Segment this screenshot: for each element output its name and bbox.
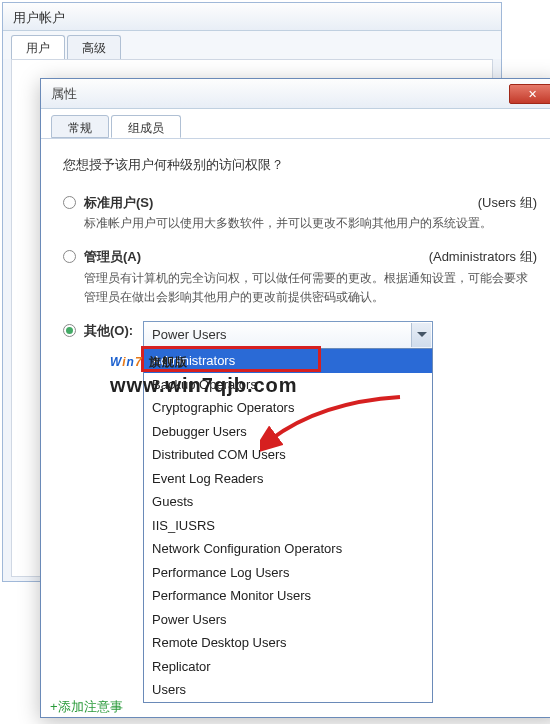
properties-title: 属性 (51, 85, 77, 103)
chevron-down-icon[interactable] (411, 323, 431, 347)
radio-admin-label: 管理员(A) (84, 247, 141, 267)
tab-advanced[interactable]: 高级 (67, 35, 121, 59)
dropdown-item[interactable]: Replicator (144, 655, 432, 679)
radio-other-label: 其他(O): (84, 321, 133, 341)
radio-other[interactable] (63, 324, 76, 337)
tab-general[interactable]: 常规 (51, 115, 109, 138)
group-dropdown[interactable]: AdministratorsBackup OperatorsCryptograp… (143, 348, 433, 703)
dropdown-item[interactable]: Performance Monitor Users (144, 584, 432, 608)
bg-tabstrip: 用户 高级 (3, 31, 501, 59)
properties-dialog: 属性 ✕ 常规 组成员 您想授予该用户何种级别的访问权限？ 标准用户(S) (U… (40, 78, 550, 718)
dropdown-item[interactable]: Event Log Readers (144, 467, 432, 491)
dropdown-item[interactable]: Distributed COM Users (144, 443, 432, 467)
dropdown-item[interactable]: Remote Desktop Users (144, 631, 432, 655)
access-level-prompt: 您想授予该用户何种级别的访问权限？ (63, 155, 537, 175)
add-note-link[interactable]: +添加注意事 (50, 698, 123, 716)
admin-group-note: (Administrators 组) (429, 247, 537, 267)
tab-group-member[interactable]: 组成员 (111, 115, 181, 138)
radio-other-row[interactable]: 其他(O): Power Users AdministratorsBackup … (63, 321, 537, 349)
group-combo[interactable]: Power Users AdministratorsBackup Operato… (143, 321, 433, 349)
dropdown-item[interactable]: Administrators (144, 349, 432, 373)
dropdown-item[interactable]: Guests (144, 490, 432, 514)
user-accounts-title: 用户帐户 (3, 3, 501, 31)
tab-users[interactable]: 用户 (11, 35, 65, 59)
standard-desc: 标准帐户用户可以使用大多数软件，并可以更改不影响其他用户的系统设置。 (84, 214, 537, 233)
dropdown-item[interactable]: Backup Operators (144, 373, 432, 397)
properties-titlebar: 属性 ✕ (41, 79, 550, 109)
properties-tabstrip: 常规 组成员 (41, 109, 550, 139)
standard-group-note: (Users 组) (478, 193, 537, 213)
radio-standard[interactable] (63, 196, 76, 209)
radio-admin[interactable] (63, 250, 76, 263)
close-button[interactable]: ✕ (509, 84, 550, 104)
radio-standard-row[interactable]: 标准用户(S) (Users 组) (63, 193, 537, 213)
dropdown-item[interactable]: Network Configuration Operators (144, 537, 432, 561)
dropdown-item[interactable]: Users (144, 678, 432, 702)
dropdown-item[interactable]: Power Users (144, 608, 432, 632)
radio-admin-row[interactable]: 管理员(A) (Administrators 组) (63, 247, 537, 267)
dropdown-item[interactable]: Performance Log Users (144, 561, 432, 585)
radio-standard-label: 标准用户(S) (84, 193, 153, 213)
group-combo-value[interactable]: Power Users (143, 321, 433, 349)
dropdown-item[interactable]: Cryptographic Operators (144, 396, 432, 420)
dropdown-item[interactable]: Debugger Users (144, 420, 432, 444)
properties-content: 您想授予该用户何种级别的访问权限？ 标准用户(S) (Users 组) 标准帐户… (41, 139, 550, 365)
dropdown-item[interactable]: IIS_IUSRS (144, 514, 432, 538)
admin-desc: 管理员有计算机的完全访问权，可以做任何需要的更改。根据通知设置，可能会要求管理员… (84, 269, 537, 307)
